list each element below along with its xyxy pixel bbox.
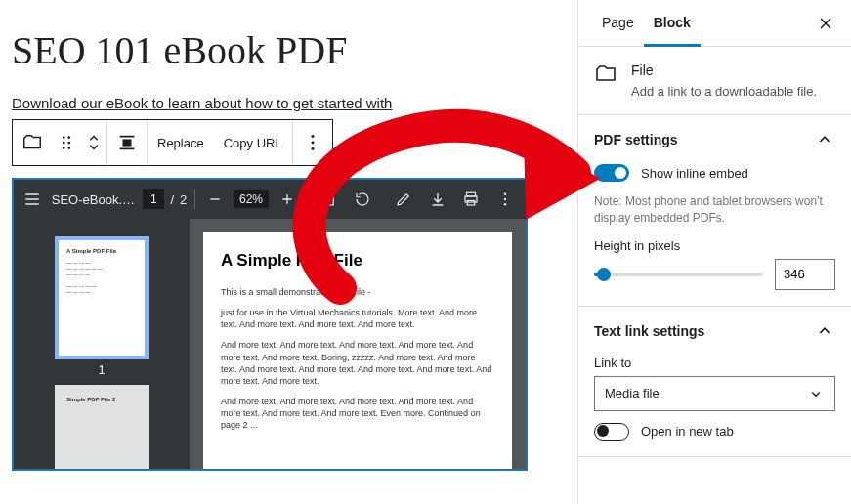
pdf-note: Note: Most phone and tablet browsers won… [594,193,835,227]
download-icon[interactable] [424,186,450,213]
print-icon[interactable] [458,186,485,213]
svg-point-8 [311,142,314,145]
svg-point-15 [503,198,505,200]
pdf-more-icon[interactable] [491,186,518,213]
pdf-page-indicator: / 2 [143,189,187,209]
link-to-label: Link to [594,356,835,370]
height-slider[interactable] [594,273,763,276]
block-description: Add a link to a downloadable file. [631,84,817,99]
svg-point-0 [63,136,65,139]
pdf-menu-icon[interactable] [21,188,44,211]
text-link-settings-toggle[interactable]: Text link settings [578,307,851,356]
pdf-thumbnail-sidebar[interactable]: A Simple PDF File — — — —— — — — — —— — … [14,219,190,469]
block-name: File [631,63,817,78]
pdf-viewer-toolbar: SEO-eBook.p... / 2 62% [14,180,526,219]
pdf-page-content: A Simple PDF File This is a small demons… [203,232,512,469]
editor-canvas: SEO 101 eBook PDF Download our eBook to … [0,0,577,504]
settings-sidebar: Page Block File Add a link to a download… [577,0,851,504]
move-up-down-icon[interactable] [81,120,106,165]
pdf-thumbnail-2[interactable]: Simple PDF File 2 [55,385,149,469]
chevron-up-icon [814,320,835,342]
draw-icon[interactable] [391,186,417,213]
tab-block[interactable]: Block [644,1,701,47]
svg-rect-10 [323,193,334,205]
divider [307,189,308,209]
chevron-up-icon [814,129,835,150]
close-sidebar-button[interactable] [814,12,837,35]
height-label: Height in pixels [594,238,835,253]
divider [194,189,195,209]
page-intro[interactable]: Download our eBook to learn about how to… [12,95,566,111]
pdf-settings-toggle[interactable]: PDF settings [578,115,851,164]
svg-point-4 [63,147,65,149]
fit-page-icon[interactable] [316,186,342,213]
zoom-in-icon[interactable] [277,188,299,211]
svg-point-14 [503,193,505,195]
open-new-tab-toggle[interactable] [594,423,629,441]
more-options-button[interactable] [293,120,332,165]
svg-point-7 [311,135,314,138]
copy-url-button[interactable]: Copy URL [214,136,292,150]
pdf-filename: SEO-eBook.p... [52,192,136,207]
pdf-doc-title: A Simple PDF File [221,250,494,273]
block-toolbar: Replace Copy URL [12,119,333,166]
thumbnail-label: 1 [99,363,106,377]
svg-point-5 [67,147,70,149]
pdf-zoom-level[interactable]: 62% [234,190,269,208]
file-block-icon-button[interactable] [13,120,52,165]
show-inline-label: Show inline embed [641,166,748,181]
rotate-icon[interactable] [349,186,375,213]
pdf-embed-block[interactable]: SEO-eBook.p... / 2 62% [12,178,528,471]
svg-point-9 [311,147,314,150]
svg-rect-13 [467,201,475,206]
show-inline-embed-toggle[interactable] [594,164,629,182]
tab-page[interactable]: Page [592,1,644,47]
open-new-tab-label: Open in new tab [641,424,734,439]
height-input[interactable] [775,259,835,290]
text-link-settings-panel: Text link settings Link to Media file Op… [578,307,851,457]
pdf-total-pages: 2 [180,192,187,207]
svg-point-3 [67,142,70,145]
page-title[interactable]: SEO 101 eBook PDF [12,27,566,73]
zoom-out-icon[interactable] [203,188,226,211]
link-to-select[interactable]: Media file [594,376,835,411]
pdf-thumbnail-1[interactable]: A Simple PDF File — — — —— — — — — —— — … [55,236,149,359]
pdf-current-page-input[interactable] [143,189,164,209]
pdf-page-viewport[interactable]: A Simple PDF File This is a small demons… [190,219,526,469]
drag-handle-icon[interactable] [52,120,81,165]
chevron-down-icon [807,385,825,402]
svg-rect-6 [123,140,130,146]
pdf-settings-panel: PDF settings Show inline embed Note: Mos… [578,115,851,307]
file-icon [594,63,617,86]
svg-point-1 [67,136,70,139]
align-button[interactable] [107,120,147,165]
replace-button[interactable]: Replace [148,136,214,150]
block-info: File Add a link to a downloadable file. [578,47,851,115]
svg-point-2 [63,142,65,145]
sidebar-tabs: Page Block [578,0,851,47]
svg-point-16 [503,203,505,205]
